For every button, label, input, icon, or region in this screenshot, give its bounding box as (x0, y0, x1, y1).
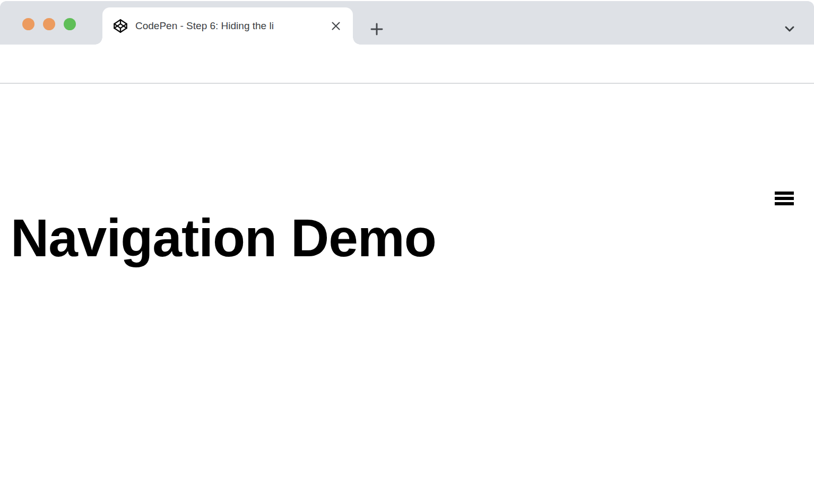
nav-menu-button[interactable] (769, 186, 799, 211)
close-icon (330, 20, 342, 32)
new-tab-button[interactable] (368, 21, 385, 38)
window-zoom-button[interactable] (64, 18, 76, 30)
hamburger-icon (775, 192, 794, 205)
browser-tab[interactable]: CodePen - Step 6: Hiding the li (102, 7, 353, 45)
plus-icon (368, 21, 385, 38)
codepen-favicon-icon (113, 19, 128, 33)
window-minimize-button[interactable] (43, 18, 55, 30)
browser-window: CodePen - Step 6: Hiding the li (0, 0, 814, 504)
browser-toolbar: cdpn.io/pen/debug/dymzOzM (0, 45, 814, 83)
page-content: Navigation Demo (0, 84, 814, 504)
tab-search-button[interactable] (782, 22, 797, 36)
window-close-button[interactable] (22, 18, 34, 30)
tab-strip: CodePen - Step 6: Hiding the li (0, 1, 814, 45)
window-controls (22, 18, 76, 30)
page-title: Navigation Demo (11, 211, 436, 264)
tab-title-fade (297, 10, 330, 42)
tab-close-button[interactable] (330, 20, 342, 32)
chevron-down-icon (782, 22, 797, 36)
